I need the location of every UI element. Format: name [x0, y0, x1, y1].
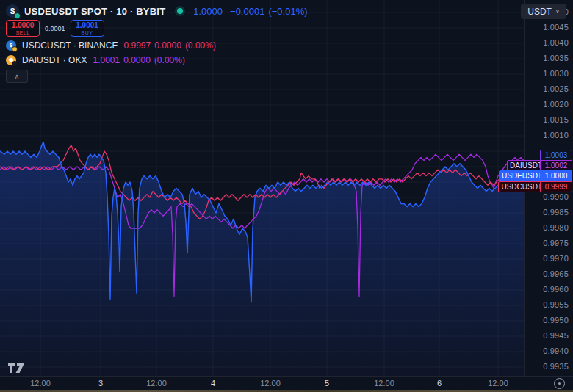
chevron-up-icon: ∧ — [15, 73, 20, 80]
buy-label: BUY — [82, 30, 93, 35]
time-tick-label: 6 — [437, 379, 442, 388]
time-tick-label: 4 — [211, 379, 215, 388]
symbol-quote: 1.0000 −0.0001 (−0.01%) — [193, 6, 307, 17]
usde-coin-icon: S — [6, 4, 19, 18]
price-tick-label: 1.0045 — [543, 23, 569, 32]
price-badge-name-usdcusdt: USDCUSDT — [498, 181, 545, 192]
last-price: 1.0000 — [193, 6, 223, 17]
price-tick-label: 0.9935 — [543, 362, 569, 371]
price-tick-label: 0.9940 — [543, 346, 569, 355]
price-tick-label: 0.9945 — [543, 331, 569, 340]
price-tick-label: 1.0020 — [543, 100, 569, 109]
sell-label: SELL — [15, 30, 29, 35]
compare-symbol-name[interactable]: USDCUSDT · BINANCE — [22, 40, 118, 51]
time-tick-label: 12:00 — [146, 379, 167, 388]
compare-change-percent: (0.00%) — [185, 40, 216, 51]
compare-change: 0.0000 — [154, 40, 181, 51]
price-tick-label: 0.9970 — [543, 254, 569, 263]
main-symbol-row[interactable]: S USDEUSDT SPOT · 10 · BYBIT 1.0000 −0.0… — [6, 4, 308, 18]
spread-label: 0.0001 — [45, 25, 65, 32]
time-tick-label: 3 — [98, 379, 103, 388]
price-tick-label: 0.9955 — [543, 300, 569, 309]
buy-price: 1.0001 — [76, 22, 98, 29]
price-tick-label: 0.9975 — [543, 239, 569, 247]
price-tick-label: 1.0015 — [543, 115, 569, 124]
legend: S USDEUSDT SPOT · 10 · BYBIT 1.0000 −0.0… — [6, 4, 308, 83]
price-tick-label: 0.9960 — [543, 285, 569, 294]
price-tick-label: 1.0035 — [543, 54, 569, 62]
compare-change-percent: (0.00%) — [154, 55, 185, 65]
time-tick-label: 12:00 — [488, 379, 508, 388]
compare-values: 1.0001 0.0000 (0.00%) — [93, 55, 188, 65]
compare-symbol-name[interactable]: DAIUSDT · OKX — [22, 55, 87, 65]
price-change: −0.0001 — [230, 6, 264, 17]
price-tick-label: 1.0025 — [543, 84, 569, 93]
time-tick-label: 12:00 — [260, 379, 281, 388]
time-tick-label: 12:00 — [30, 379, 51, 388]
price-badge-value-daiusdt: 1.0002 — [540, 160, 572, 171]
dai-coin-icon: ◆ — [6, 55, 16, 65]
price-badge-name-usdeusdt: USDEUSDT — [499, 170, 545, 181]
price-badge-value-usdcusdt: 0.9999 — [540, 181, 572, 192]
market-status-dot[interactable] — [177, 8, 183, 14]
price-tick-label: 0.9980 — [543, 223, 569, 232]
sell-button[interactable]: 1.0000 SELL — [6, 20, 40, 37]
time-tick-label: 12:00 — [374, 379, 394, 388]
chart-window: 1.00501.00451.00401.00351.00301.00251.00… — [0, 0, 573, 392]
price-tick-label: 0.9965 — [543, 269, 569, 278]
chevron-down-icon: ∨ — [555, 8, 560, 15]
currency-dropdown[interactable]: USDT ∨ — [521, 4, 566, 19]
compare-row-usdcusdt[interactable]: $ USDCUSDT · BINANCE 0.9997 0.0000 (0.00… — [6, 40, 308, 51]
order-buttons-row: 1.0000 SELL 0.0001 1.0001 BUY — [6, 21, 308, 36]
symbol-title[interactable]: USDEUSDT SPOT · 10 · BYBIT — [24, 6, 165, 17]
time-scale[interactable]: 12:00312:00412:00512:00612:00 — [0, 376, 573, 391]
currency-label: USDT — [527, 7, 552, 17]
compare-last: 1.0001 — [93, 55, 120, 65]
price-badge-value-ask: 1.0003 — [540, 150, 572, 161]
price-tick-label: 0.9950 — [543, 316, 569, 324]
collapse-legend-button[interactable]: ∧ — [6, 70, 28, 83]
usdc-coin-icon: $ — [6, 40, 16, 51]
tradingview-logo[interactable] — [7, 362, 25, 377]
compare-last: 0.9997 — [123, 40, 151, 51]
price-tick-label: 0.9990 — [543, 192, 569, 201]
price-tick-label: 1.0030 — [543, 69, 569, 78]
compare-change: 0.0000 — [123, 55, 151, 65]
price-tick-label: 1.0010 — [543, 131, 569, 139]
compare-values: 0.9997 0.0000 (0.00%) — [123, 40, 219, 51]
time-tick-label: 5 — [325, 379, 329, 388]
timezone-target-icon[interactable] — [554, 378, 565, 389]
price-tick-label: 1.0040 — [543, 38, 569, 47]
price-badge-value-usdeusdt: 1.0000 — [540, 170, 572, 181]
sell-price: 1.0000 — [12, 22, 35, 29]
price-change-percent: (−0.01%) — [268, 6, 307, 17]
price-tick-label: 0.9985 — [543, 208, 569, 217]
compare-row-daiusdt[interactable]: ◆ DAIUSDT · OKX 1.0001 0.0000 (0.00%) — [6, 54, 308, 65]
buy-button[interactable]: 1.0001 BUY — [71, 20, 104, 37]
